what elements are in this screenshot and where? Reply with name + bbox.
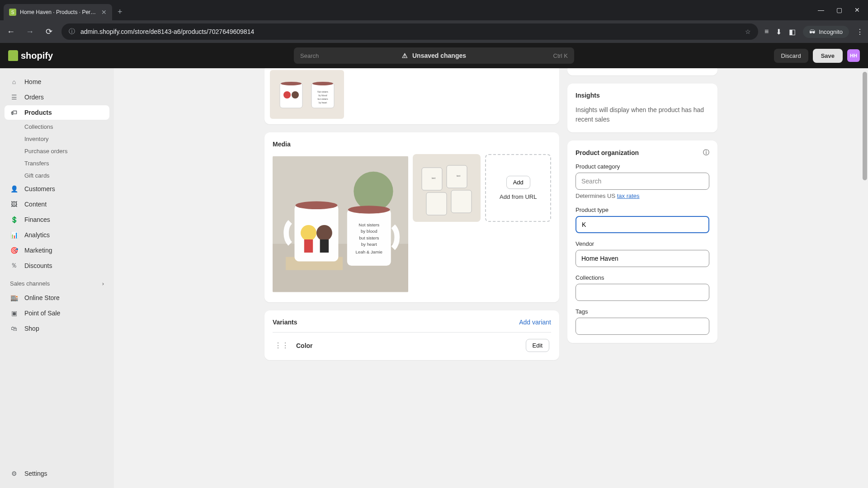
new-tab-button[interactable]: + (112, 4, 128, 20)
shopify-favicon: S (9, 9, 16, 16)
media-image-primary[interactable]: Not sisters by blood but sisters by hear… (273, 154, 408, 294)
sidebar-item-content[interactable]: 🖼Content (5, 197, 109, 211)
sidebar-item-orders[interactable]: ☰Orders (5, 90, 109, 104)
sidebar-sub-inventory[interactable]: Inventory (5, 133, 109, 145)
media-image-secondary[interactable]: text text (413, 154, 481, 222)
url-field[interactable]: ⓘ admin.shopify.com/store/de8143-a6/prod… (61, 23, 758, 40)
bookmark-icon[interactable]: ☆ (745, 28, 751, 35)
shopify-logo-icon (8, 50, 18, 61)
forward-button[interactable]: → (24, 27, 36, 37)
app-body: ⌂Home ☰Orders 🏷Products Collections Inve… (0, 68, 868, 488)
sidebar-item-discounts[interactable]: ％Discounts (5, 258, 109, 273)
tax-rates-link[interactable]: tax rates (617, 192, 640, 199)
edit-variant-button[interactable]: Edit (526, 339, 549, 352)
product-type-input[interactable] (576, 216, 709, 233)
discard-button[interactable]: Discard (774, 49, 808, 63)
info-icon[interactable]: ⓘ (703, 149, 709, 157)
product-thumbnail: Not sisters by blood but sisters by hear… (270, 70, 344, 119)
site-info-icon[interactable]: ⓘ (69, 28, 75, 36)
media-add-tile: Add Add from URL (485, 154, 551, 222)
sidebar-item-marketing[interactable]: 🎯Marketing (5, 243, 109, 258)
insights-card: Insights Insights will display when the … (567, 84, 717, 132)
unsaved-changes-banner: ⚠ Unsaved changes (402, 52, 466, 59)
header-actions: Discard Save HH (774, 49, 860, 63)
scrollbar-thumb[interactable] (863, 72, 867, 180)
maximize-icon[interactable]: ▢ (832, 4, 846, 16)
svg-text:by heart: by heart (361, 242, 377, 247)
add-variant-link[interactable]: Add variant (519, 319, 551, 326)
address-bar: ← → ⟳ ⓘ admin.shopify.com/store/de8143-a… (0, 20, 868, 43)
svg-point-13 (354, 172, 393, 211)
shopify-logo[interactable]: shopify (8, 50, 53, 61)
sales-channels-header[interactable]: Sales channels › (5, 274, 109, 291)
drag-handle-icon[interactable]: ⋮⋮ (274, 341, 289, 350)
downloads-icon[interactable]: ⬇ (776, 28, 782, 36)
svg-rect-32 (451, 190, 472, 213)
markets-card-partial (567, 68, 717, 75)
variants-title: Variants (273, 319, 297, 326)
url-text: admin.shopify.com/store/de8143-a6/produc… (80, 28, 740, 35)
incognito-label: Incognito (819, 28, 843, 35)
nav-label: Orders (24, 94, 44, 101)
minimize-icon[interactable]: ― (814, 4, 828, 16)
nav-label: Products (24, 109, 52, 116)
svg-point-6 (292, 91, 299, 99)
product-type-label: Product type (576, 206, 709, 213)
incognito-badge[interactable]: 🕶 Incognito (803, 26, 849, 38)
category-input[interactable] (576, 173, 709, 190)
nav-label: Finances (24, 216, 50, 223)
svg-rect-20 (320, 239, 329, 253)
svg-point-22 (348, 206, 390, 213)
svg-text:by blood: by blood (361, 229, 377, 234)
svg-text:Leah & Jamie: Leah & Jamie (356, 249, 382, 254)
svg-point-3 (281, 82, 302, 85)
discounts-icon: ％ (10, 262, 18, 270)
add-media-button[interactable]: Add (506, 176, 530, 189)
sidebar-item-finances[interactable]: 💲Finances (5, 212, 109, 227)
sidebar-item-settings[interactable]: ⚙Settings (5, 466, 109, 481)
sidebar-item-pos[interactable]: ▣Point of Sale (5, 306, 109, 320)
unsaved-label: Unsaved changes (412, 52, 466, 59)
sidebar-sub-purchase-orders[interactable]: Purchase orders (5, 145, 109, 157)
svg-point-16 (295, 202, 337, 209)
variants-card: Variants Add variant ⋮⋮ Color Edit (264, 310, 559, 360)
search-shortcut: Ctrl K (553, 52, 568, 59)
panel-icon[interactable]: ◧ (789, 28, 796, 36)
svg-rect-18 (304, 239, 313, 253)
store-avatar[interactable]: HH (847, 49, 860, 62)
sidebar-item-home[interactable]: ⌂Home (5, 75, 109, 89)
nav-label: Customers (24, 185, 55, 192)
collections-field: Collections (576, 274, 709, 301)
save-button[interactable]: Save (813, 49, 843, 63)
sidebar-item-customers[interactable]: 👤Customers (5, 182, 109, 196)
category-field: Product category Determines US tax rates (576, 163, 709, 199)
back-button[interactable]: ← (5, 27, 17, 37)
store-icon: 🏬 (10, 294, 18, 302)
sidebar-sub-gift-cards[interactable]: Gift cards (5, 169, 109, 182)
reload-button[interactable]: ⟳ (42, 27, 55, 37)
variants-header: Variants Add variant (273, 319, 551, 326)
scrollbar-track[interactable] (862, 68, 868, 488)
sidebar-sub-collections[interactable]: Collections (5, 121, 109, 133)
close-tab-icon[interactable]: ✕ (101, 9, 107, 16)
sidebar: ⌂Home ☰Orders 🏷Products Collections Inve… (0, 68, 114, 488)
category-helper: Determines US tax rates (576, 192, 709, 199)
svg-rect-31 (426, 192, 447, 215)
sidebar-item-shop[interactable]: 🛍Shop (5, 321, 109, 336)
extensions-icon[interactable]: ≡ (764, 28, 769, 36)
sidebar-item-analytics[interactable]: 📊Analytics (5, 228, 109, 242)
products-icon: 🏷 (10, 108, 18, 117)
svg-text:Not sisters: Not sisters (359, 222, 379, 227)
media-card: Media (264, 132, 559, 302)
tags-input[interactable] (576, 318, 709, 335)
collections-input[interactable] (576, 284, 709, 301)
menu-icon[interactable]: ⋮ (856, 28, 863, 36)
sidebar-item-online-store[interactable]: 🏬Online Store (5, 291, 109, 305)
close-window-icon[interactable]: ✕ (850, 4, 864, 16)
sidebar-item-products[interactable]: 🏷Products (5, 105, 109, 120)
browser-tab[interactable]: S Home Haven · Products · Perso… ✕ (4, 4, 112, 20)
nav-label: Settings (24, 470, 47, 477)
sidebar-sub-transfers[interactable]: Transfers (5, 157, 109, 169)
add-from-url-link[interactable]: Add from URL (500, 193, 537, 200)
vendor-input[interactable] (576, 250, 709, 267)
